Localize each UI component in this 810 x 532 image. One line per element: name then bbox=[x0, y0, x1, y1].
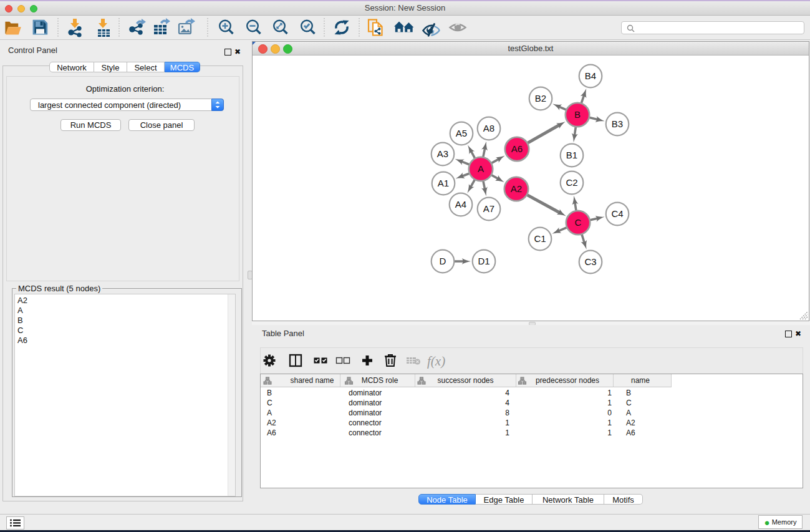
svg-text:A: A bbox=[478, 163, 484, 174]
svg-text:B2: B2 bbox=[535, 93, 546, 104]
svg-text:A7: A7 bbox=[483, 203, 494, 214]
svg-text:B: B bbox=[574, 109, 581, 120]
svg-text:C3: C3 bbox=[584, 256, 596, 267]
svg-text:D: D bbox=[440, 256, 446, 266]
svg-text:A3: A3 bbox=[437, 148, 448, 159]
svg-text:B4: B4 bbox=[585, 70, 596, 81]
svg-text:A2: A2 bbox=[511, 183, 522, 194]
svg-text:C2: C2 bbox=[566, 177, 577, 188]
svg-text:f(x): f(x) bbox=[427, 354, 445, 369]
svg-text:A6: A6 bbox=[511, 143, 523, 154]
svg-text:A1: A1 bbox=[438, 178, 449, 188]
svg-text:A5: A5 bbox=[456, 128, 467, 138]
svg-text:B1: B1 bbox=[566, 150, 577, 160]
svg-text:B3: B3 bbox=[612, 118, 623, 129]
svg-text:A4: A4 bbox=[455, 199, 466, 210]
svg-text:C: C bbox=[575, 217, 582, 228]
svg-text:C1: C1 bbox=[534, 233, 546, 244]
svg-text:D1: D1 bbox=[478, 256, 489, 266]
svg-text:A8: A8 bbox=[483, 123, 494, 133]
svg-text:C4: C4 bbox=[611, 208, 623, 219]
